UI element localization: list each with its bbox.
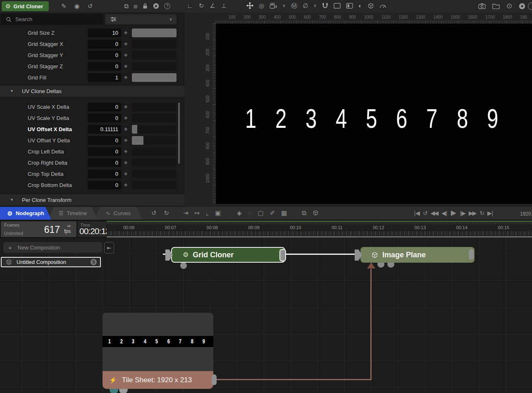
record-icon[interactable]: ⊙ <box>506 2 512 10</box>
play-button[interactable]: ▶ <box>451 209 456 216</box>
folder-icon[interactable] <box>492 3 500 9</box>
snapshot-camera-icon[interactable] <box>478 3 486 9</box>
property-slider[interactable] <box>132 51 177 60</box>
translate-axes-icon[interactable]: ∟ <box>187 2 193 9</box>
keyframe-diamond-icon[interactable]: ◆ <box>124 104 127 109</box>
corner-drag-icon[interactable]: ⌞ <box>206 210 209 216</box>
step-back-button[interactable]: ◀∣ <box>441 210 447 216</box>
keyframe-a-icon[interactable]: ◈ <box>237 210 242 216</box>
viewport-canvas[interactable]: 123456789 <box>216 24 532 204</box>
section-header-uv-clone-deltas[interactable]: ▼ UV Clone Deltas <box>0 86 185 97</box>
duplicate-filled-icon[interactable]: ⧈ <box>134 3 138 9</box>
group-node-icon[interactable] <box>313 210 319 216</box>
duplicate-icon[interactable]: ⧉ <box>124 3 129 9</box>
keyframe-diamond-icon[interactable]: ◆ <box>124 160 127 165</box>
keyframe-diamond-icon[interactable]: ◆ <box>124 149 127 154</box>
keyframe-diamond-icon[interactable]: ◆ <box>124 137 127 143</box>
marquee-select-icon[interactable]: ▢ <box>258 210 263 216</box>
property-value-field[interactable]: 10 <box>88 29 121 37</box>
gridcloner-output-connector[interactable] <box>279 249 286 261</box>
property-value-field[interactable]: 0 <box>88 40 121 48</box>
wire-arrow-connector[interactable] <box>367 262 375 268</box>
step-forward-button[interactable]: ∣▶ <box>459 210 465 216</box>
tab-curves[interactable]: ∿ Curves <box>94 207 142 220</box>
property-slider[interactable] <box>132 29 177 37</box>
stamp-icon[interactable]: ▦ <box>281 210 287 216</box>
frame-in-icon[interactable]: ⇥ <box>183 210 188 216</box>
property-slider[interactable] <box>132 158 177 167</box>
property-slider[interactable] <box>132 147 177 156</box>
duplicate-node-icon[interactable]: ⧉ <box>302 210 306 216</box>
keyframe-diamond-icon[interactable]: ◆ <box>124 52 127 58</box>
property-slider[interactable] <box>132 62 177 71</box>
lasso-select-icon[interactable]: ◌ <box>248 210 252 216</box>
properties-scrollbar[interactable] <box>178 103 180 164</box>
shading-sphere-icon[interactable]: ◐ <box>358 2 362 9</box>
composition-list-item[interactable]: Untitled Composition S <box>1 257 101 267</box>
keyframe-diamond-icon[interactable]: ◆ <box>124 171 127 176</box>
magnet-snap-icon[interactable] <box>322 2 328 9</box>
skip-to-end-button[interactable]: ▶∣ <box>487 210 493 216</box>
property-value-field[interactable]: 0 <box>88 103 121 111</box>
property-slider[interactable] <box>132 114 177 122</box>
fast-forward-button[interactable]: ▶▶ <box>469 210 476 216</box>
keyframe-diamond-icon[interactable]: ◆ <box>124 63 127 69</box>
property-slider[interactable] <box>132 40 177 48</box>
timeline-scrollbar[interactable] <box>107 236 532 237</box>
chevron-down-icon[interactable]: ∨ <box>282 3 286 8</box>
time-box[interactable]: Time 00:20:13 <box>78 221 106 237</box>
undo-icon[interactable]: ↺ <box>151 210 157 216</box>
selected-node-badge[interactable]: ⚙ Grid Cloner <box>2 1 49 11</box>
null-toggle-icon[interactable]: ∅ <box>303 2 308 9</box>
property-slider[interactable] <box>132 125 177 134</box>
gridcloner-bottom-connector[interactable] <box>180 262 187 269</box>
keyframe-diamond-icon[interactable]: ◆ <box>124 74 127 80</box>
loop-button[interactable]: ↻ <box>480 210 484 216</box>
property-value-field[interactable]: 0 <box>88 136 121 145</box>
viewport-split-icon[interactable] <box>346 3 353 9</box>
chevron-down-icon[interactable]: ∨ <box>313 3 317 8</box>
move-tool-icon[interactable] <box>246 2 253 9</box>
keyframe-diamond-icon[interactable]: ◆ <box>124 115 127 120</box>
tilesheet-output-connector[interactable] <box>212 374 217 385</box>
redo-icon[interactable]: ↻ <box>164 210 169 216</box>
viewport-display-icon[interactable] <box>334 3 341 9</box>
property-value-field[interactable]: 0 <box>88 181 121 189</box>
camera-tool-icon[interactable] <box>270 2 277 9</box>
search-input[interactable]: Search <box>1 14 103 25</box>
performance-gauge-icon[interactable] <box>379 3 386 8</box>
image-node-icon[interactable]: ▣ <box>215 210 221 216</box>
collapse-panel-button[interactable]: ⇤ <box>104 242 114 254</box>
property-value-field[interactable]: 0 <box>88 62 121 71</box>
frames-box[interactable]: Frames Unlimited 617 ∞ fps <box>1 221 76 237</box>
property-slider[interactable] <box>132 170 177 178</box>
reset-icon[interactable]: ↺ <box>88 3 93 9</box>
brush-icon[interactable]: ✐ <box>270 210 275 216</box>
target-tool-icon[interactable]: ◎ <box>259 2 264 9</box>
rename-pencil-icon[interactable]: ✎ <box>61 3 67 9</box>
node-image-plane[interactable]: Image Plane <box>360 247 475 263</box>
viewport-panel[interactable]: 123456789 100200300400500600700800900100… <box>185 12 532 207</box>
lock-icon[interactable] <box>142 3 148 9</box>
keyframe-diamond-icon[interactable]: ◆ <box>124 41 127 46</box>
pin-icon[interactable] <box>153 3 159 9</box>
pivot-axes-icon[interactable]: ⊥ <box>221 2 227 9</box>
tab-nodegraph[interactable]: ⚙ Nodegraph <box>0 207 51 220</box>
tilesheet-titlebar[interactable]: ⚡ Tile Sheet: 1920 x 213 <box>103 371 213 389</box>
imageplane-output-connector[interactable] <box>469 249 474 260</box>
frame-count-value[interactable]: 1920 <box>520 211 531 217</box>
property-slider[interactable] <box>132 103 177 111</box>
property-value-field[interactable]: 0.11111 <box>88 125 121 134</box>
visibility-icon[interactable]: ◉ <box>74 3 80 9</box>
new-composition-input[interactable]: + New Composition <box>3 242 102 253</box>
keyframe-diamond-icon[interactable]: ◆ <box>124 126 127 132</box>
scale-axes-icon[interactable]: ∠ <box>210 2 215 9</box>
property-slider[interactable] <box>132 136 177 145</box>
node-tile-sheet[interactable]: 123456789 ⚡ Tile Sheet: 1920 x 213 <box>103 313 213 389</box>
property-value-field[interactable]: 1 <box>88 73 121 82</box>
property-slider[interactable] <box>132 181 177 189</box>
skip-to-start-button[interactable]: ∣◀ <box>413 210 419 216</box>
property-value-field[interactable]: 0 <box>88 51 121 60</box>
timeline-ruler[interactable]: 00:0600:0700:0800:0900:1000:1100:1200:13… <box>107 220 532 238</box>
clipped-help-icon[interactable] <box>528 2 532 10</box>
